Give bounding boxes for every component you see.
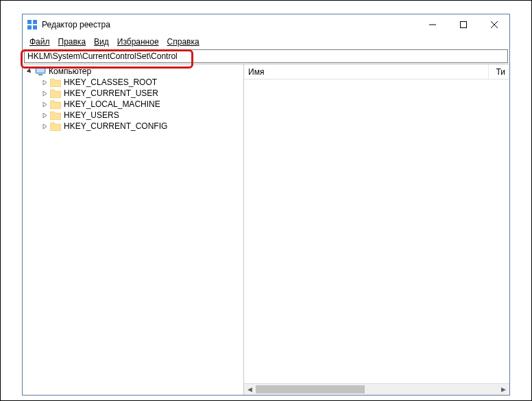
scroll-track[interactable] (256, 384, 498, 395)
app-icon (27, 19, 38, 30)
collapse-icon[interactable] (25, 69, 34, 75)
tree-item-label: HKEY_USERS (62, 110, 119, 120)
folder-icon (50, 88, 61, 98)
folder-icon (50, 110, 61, 120)
address-path: HKLM\System\CurrentControlSet\Control (27, 51, 178, 61)
expand-icon[interactable] (40, 101, 49, 108)
tree-item-label: HKEY_CURRENT_CONFIG (62, 121, 167, 131)
window-title: Редактор реестра (42, 20, 110, 29)
expand-icon[interactable] (40, 112, 49, 119)
tree-item[interactable]: HKEY_USERS (23, 110, 243, 121)
regedit-window: Редактор реестра Файл Правка Вид Избранн… (22, 14, 510, 396)
column-name[interactable]: Имя (244, 64, 489, 79)
scroll-right-icon[interactable]: ▶ (498, 384, 509, 395)
tree-root-label: Компьютер (47, 66, 91, 76)
horizontal-scrollbar[interactable]: ◀ ▶ (244, 383, 509, 395)
tree-item-label: HKEY_CURRENT_USER (62, 88, 158, 98)
tree-item-label: HKEY_LOCAL_MACHINE (62, 99, 160, 109)
scroll-left-icon[interactable]: ◀ (244, 384, 256, 395)
list-body[interactable] (244, 80, 509, 383)
svg-rect-0 (27, 20, 32, 24)
addressbar[interactable]: HKLM\System\CurrentControlSet\Control (24, 49, 508, 63)
tree-root[interactable]: Компьютер (23, 66, 243, 77)
menu-edit[interactable]: Правка (54, 36, 90, 47)
tree-item[interactable]: HKEY_CLASSES_ROOT (23, 77, 243, 88)
svg-rect-10 (38, 74, 43, 75)
titlebar: Редактор реестра (23, 14, 509, 35)
expand-icon[interactable] (40, 123, 49, 130)
body-split: Компьютер HKEY_CLASSES_ROOT HKEY_CURRENT… (23, 64, 509, 395)
menu-view[interactable]: Вид (90, 36, 113, 47)
svg-rect-9 (36, 68, 45, 73)
tree-item[interactable]: HKEY_CURRENT_CONFIG (23, 121, 243, 132)
list-pane: Имя Ти ◀ ▶ (244, 64, 509, 395)
scroll-thumb[interactable] (256, 385, 365, 393)
folder-icon (50, 77, 61, 87)
minimize-button[interactable] (417, 14, 448, 35)
expand-icon[interactable] (40, 90, 49, 97)
svg-rect-2 (27, 25, 32, 29)
registry-tree: Компьютер HKEY_CLASSES_ROOT HKEY_CURRENT… (23, 66, 243, 132)
maximize-button[interactable] (448, 14, 479, 35)
menubar: Файл Правка Вид Избранное Справка (23, 35, 509, 49)
window-controls (417, 14, 509, 35)
addressbar-container: HKLM\System\CurrentControlSet\Control (23, 49, 509, 64)
svg-rect-3 (33, 25, 37, 29)
menu-favorites[interactable]: Избранное (113, 36, 163, 47)
tree-pane: Компьютер HKEY_CLASSES_ROOT HKEY_CURRENT… (23, 64, 244, 395)
svg-rect-5 (460, 22, 466, 28)
menu-help[interactable]: Справка (163, 36, 204, 47)
tree-item-label: HKEY_CLASSES_ROOT (62, 77, 157, 87)
folder-icon (50, 99, 61, 109)
svg-rect-1 (33, 20, 37, 24)
tree-item[interactable]: HKEY_LOCAL_MACHINE (23, 99, 243, 110)
tree-item[interactable]: HKEY_CURRENT_USER (23, 88, 243, 99)
column-type[interactable]: Ти (489, 64, 509, 79)
list-header: Имя Ти (244, 64, 509, 80)
expand-icon[interactable] (40, 80, 49, 86)
computer-icon (35, 66, 46, 76)
folder-icon (50, 121, 61, 131)
close-button[interactable] (479, 14, 509, 35)
menu-file[interactable]: Файл (25, 36, 54, 47)
